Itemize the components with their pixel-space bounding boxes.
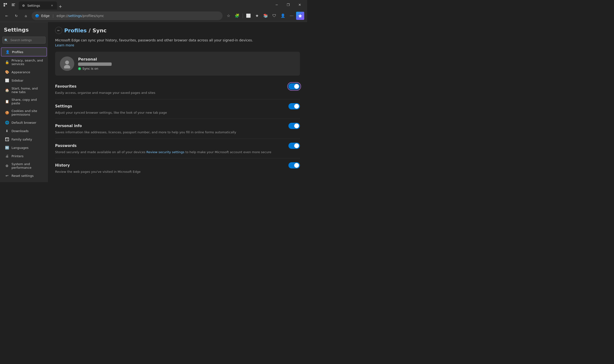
sidebar-item-label-printers: Printers — [12, 154, 24, 158]
system-icon: ⚙ — [5, 164, 9, 168]
sidebar-item-languages[interactable]: 🔤 Languages — [1, 143, 47, 152]
home-button[interactable]: ⌂ — [22, 12, 30, 20]
sync-item-desc-0: Easily access, organise and manage your … — [55, 91, 300, 95]
sidebar-item-reset[interactable]: ↩ Reset settings — [1, 172, 47, 180]
sync-toggle-settings[interactable] — [288, 103, 300, 109]
learn-more-link[interactable]: Learn more — [55, 43, 74, 47]
sidebar-item-share-copy[interactable]: 📋 Share, copy and paste — [1, 96, 47, 107]
sidebar-item-label-start-home: Start, home, and new tabs — [12, 87, 43, 94]
sync-item-history: History Review the web pages you've visi… — [55, 158, 300, 178]
privacy-icon: 🔒 — [5, 60, 9, 64]
sync-item-header: Passwords — [55, 143, 300, 149]
breadcrumb-current: Sync — [93, 27, 107, 34]
sidebar-item-label-reset: Reset settings — [12, 174, 34, 178]
share-copy-icon: 📋 — [5, 99, 9, 104]
content-area: ← Profiles / Sync Microsoft Edge can syn… — [48, 22, 307, 182]
family-icon: 👨‍👩‍👧 — [5, 137, 9, 142]
sync-item-header: Personal info — [55, 123, 300, 129]
tab-search-button[interactable]: ⬜ — [244, 12, 253, 20]
tab-manager-icon[interactable] — [10, 1, 17, 8]
close-button[interactable]: ✕ — [294, 0, 305, 10]
sidebar-item-downloads[interactable]: ⬇ Downloads — [1, 127, 47, 135]
sync-item-header: Settings — [55, 103, 300, 109]
profile-button[interactable]: 👤 — [279, 12, 287, 20]
maximize-button[interactable]: ❐ — [283, 0, 294, 10]
tab-close-button[interactable]: ✕ — [50, 3, 54, 8]
settings-tab[interactable]: ⚙ Settings ✕ — [19, 1, 57, 10]
sidebar-item-cookies[interactable]: 🍪 Cookies and site permissions — [1, 107, 47, 118]
browser-essentials-button[interactable]: 🛡 — [270, 12, 278, 20]
sidebar-item-label-appearance: Appearance — [12, 70, 30, 74]
svg-rect-0 — [4, 3, 5, 5]
sidebar-item-label-default-browser: Default browser — [12, 121, 36, 124]
default-browser-icon: 🌐 — [5, 120, 9, 125]
sidebar-item-family[interactable]: 👨‍👩‍👧 Family safety — [1, 135, 47, 143]
sync-item-desc-2: Saves information like addresses, licenc… — [55, 130, 300, 135]
sync-status: ✓ Sync is on — [78, 67, 112, 70]
extensions-button[interactable]: 🧩 — [233, 12, 241, 20]
back-nav-button[interactable]: ← — [3, 12, 11, 20]
cookies-icon: 🍪 — [5, 111, 9, 115]
search-icon: 🔍 — [4, 38, 8, 42]
favorites-button[interactable]: ☆ — [224, 12, 233, 20]
breadcrumb: ← Profiles / Sync — [55, 27, 300, 34]
appearance-icon: 🎨 — [5, 70, 9, 74]
settings-tab-label: Settings — [27, 4, 40, 7]
sync-items-list: Favourites Easily access, organise and m… — [55, 79, 300, 178]
back-button[interactable]: ← — [55, 27, 62, 34]
sync-item-title-4: History — [55, 163, 70, 168]
sync-toggle-history[interactable] — [288, 162, 300, 169]
tab-strip: ⚙ Settings ✕ + — [19, 0, 269, 10]
settings-tab-icon: ⚙ — [22, 4, 25, 7]
sidebar-item-system[interactable]: ⚙ System and performance — [1, 160, 47, 171]
sidebar-item-label-cookies: Cookies and site permissions — [12, 109, 43, 116]
sidebar-item-label-share-copy: Share, copy and paste — [12, 98, 43, 105]
sidebar-item-appearance[interactable]: 🎨 Appearance — [1, 68, 47, 76]
sync-item-favourites: Favourites Easily access, organise and m… — [55, 79, 300, 99]
sidebar-item-label-languages: Languages — [12, 146, 28, 150]
address-bar: ← ↻ ⌂ Edge | edge://settings/profiles/sy… — [0, 10, 307, 22]
more-button[interactable]: ⋯ — [287, 12, 296, 20]
profiles-icon: 👤 — [5, 50, 10, 54]
search-input[interactable] — [2, 37, 45, 44]
breadcrumb-profiles-link[interactable]: Profiles — [64, 27, 87, 34]
toolbar-divider — [243, 13, 243, 18]
new-tab-button[interactable]: + — [57, 3, 64, 10]
profile-name: Personal — [78, 57, 112, 62]
sync-toggle-favourites[interactable] — [288, 83, 300, 90]
sidebar: Settings 🔍 👤 Profiles 🔒 Privacy, search,… — [0, 22, 48, 182]
favorites-bar-button[interactable]: ★ — [253, 12, 261, 20]
minimize-button[interactable]: ─ — [271, 0, 282, 10]
sidebar-item-default-browser[interactable]: 🌐 Default browser — [1, 118, 47, 127]
refresh-button[interactable]: ↻ — [13, 12, 20, 20]
sidebar-item-sidebar[interactable]: ⬜ Sidebar — [1, 76, 47, 84]
collections-button[interactable]: 📚 — [262, 12, 270, 20]
address-field[interactable]: Edge | edge://settings/profiles/sync — [32, 12, 223, 20]
sync-dot-icon: ✓ — [78, 67, 81, 70]
main-layout: Settings 🔍 👤 Profiles 🔒 Privacy, search,… — [0, 22, 307, 182]
sync-item-title-1: Settings — [55, 104, 72, 108]
sidebar-item-printers[interactable]: 🖨 Printers — [1, 152, 47, 160]
sync-toggle-personal info[interactable] — [288, 123, 300, 129]
review-security-link[interactable]: Review security settings — [146, 150, 184, 154]
sidebar-items: 👤 Profiles 🔒 Privacy, search, and servic… — [0, 47, 48, 182]
sync-intro-text: Microsoft Edge can sync your history, fa… — [55, 38, 300, 48]
profile-info: Personal ✓ Sync is on — [78, 57, 112, 70]
browser-brand: Edge — [41, 14, 50, 18]
sidebar-item-start-home[interactable]: 🏠 Start, home, and new tabs — [1, 85, 47, 96]
copilot-button[interactable] — [296, 12, 304, 20]
sync-item-title-2: Personal info — [55, 124, 82, 128]
sync-item-header: History — [55, 162, 300, 169]
sync-item-desc-3: Stored securely and made available on al… — [55, 150, 300, 155]
start-home-icon: 🏠 — [5, 88, 9, 92]
sync-toggle-passwords[interactable] — [288, 143, 300, 149]
svg-rect-4 — [12, 5, 14, 5]
sidebar-item-profiles[interactable]: 👤 Profiles — [1, 47, 47, 56]
profile-icon[interactable] — [2, 1, 9, 8]
languages-icon: 🔤 — [5, 145, 9, 150]
profile-card: Personal ✓ Sync is on — [55, 52, 300, 76]
avatar — [60, 56, 74, 71]
sidebar-item-phone[interactable]: 📱 Phone and other devices — [1, 180, 47, 182]
sidebar-item-privacy[interactable]: 🔒 Privacy, search, and services — [1, 57, 47, 68]
sync-item-desc-1: Adjust your synced browser settings, lik… — [55, 110, 300, 115]
